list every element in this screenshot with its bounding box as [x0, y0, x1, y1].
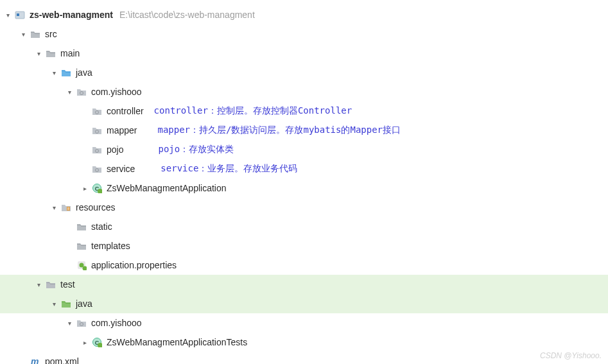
root-name: zs-web-managment — [30, 10, 113, 20]
annotation-text: service：业务层。存放业务代码 — [161, 163, 297, 175]
properties-file-icon — [76, 259, 87, 271]
tree-label: service — [107, 164, 135, 174]
chevron-down-icon[interactable]: ▾ — [33, 48, 44, 58]
tree-label: templates — [91, 241, 130, 251]
chevron-right-icon[interactable]: ▸ — [80, 337, 90, 347]
source-folder-icon — [60, 67, 72, 78]
test-package-row[interactable]: ▾ com.yishooo — [0, 313, 608, 333]
tree-label: main — [60, 48, 80, 58]
java-row[interactable]: ▾ java — [0, 63, 608, 82]
tree-label: src — [45, 29, 57, 39]
chevron-down-icon[interactable]: ▾ — [3, 10, 13, 20]
test-java-row[interactable]: ▾ java — [0, 294, 608, 313]
service-row[interactable]: ▾ service service：业务层。存放业务代码 — [0, 159, 608, 178]
mapper-row[interactable]: ▾ mapper mapper：持久层/数据访问层。存放mybatis的Mapp… — [0, 121, 608, 140]
tree-label: static — [91, 221, 112, 232]
tree-label: com.yishooo — [91, 87, 142, 97]
chevron-right-icon[interactable]: ▸ — [80, 183, 90, 193]
folder-icon — [30, 28, 41, 40]
module-icon — [14, 9, 26, 21]
test-row[interactable]: ▾ test — [0, 275, 608, 294]
package-icon — [91, 144, 103, 155]
app-row[interactable]: ▸ ZsWebManagmentApplication — [0, 178, 608, 198]
chevron-down-icon[interactable]: ▾ — [64, 87, 74, 97]
props-row[interactable]: ▾ application.properties — [0, 256, 608, 275]
package-icon — [91, 125, 103, 136]
package-icon — [91, 105, 103, 117]
spring-class-icon — [91, 182, 103, 194]
package-row[interactable]: ▾ com.yishooo — [0, 82, 608, 101]
package-icon — [76, 86, 87, 98]
src-row[interactable]: ▾ src — [0, 24, 608, 44]
project-tree: ▾ zs-web-managment E:\itcast\code\zs-web… — [0, 0, 608, 364]
tree-label: controller — [107, 106, 144, 116]
root-row[interactable]: ▾ zs-web-managment E:\itcast\code\zs-web… — [0, 5, 608, 24]
tree-label: application.properties — [91, 260, 177, 270]
tree-label: ZsWebManagmentApplication — [107, 183, 227, 193]
chevron-down-icon[interactable]: ▾ — [33, 279, 44, 290]
tree-label: java — [76, 299, 92, 309]
annotation-text: controller：控制层。存放控制器Controller — [154, 105, 352, 117]
static-row[interactable]: ▾ static — [0, 217, 608, 236]
tree-label: resources — [76, 202, 115, 212]
chevron-down-icon[interactable]: ▾ — [49, 202, 59, 212]
pom-row[interactable]: ▾ pom.xml — [0, 352, 608, 364]
chevron-down-icon[interactable]: ▾ — [49, 67, 59, 78]
tree-label: com.yishooo — [91, 318, 142, 328]
tree-label: pom.xml — [45, 356, 79, 364]
main-row[interactable]: ▾ main — [0, 44, 608, 63]
tree-label: java — [76, 67, 92, 78]
annotation-text: pojo：存放实体类 — [158, 144, 234, 155]
app-tests-row[interactable]: ▸ ZsWebManagmentApplicationTests — [0, 333, 608, 352]
chevron-down-icon[interactable]: ▾ — [18, 29, 28, 39]
chevron-down-icon[interactable]: ▾ — [64, 318, 74, 328]
spring-class-icon — [91, 336, 103, 348]
watermark: CSDN @Yishooo. — [540, 351, 602, 360]
package-icon — [91, 163, 103, 175]
maven-file-icon — [30, 356, 41, 364]
test-folder-icon — [60, 298, 72, 309]
tree-label: ZsWebManagmentApplicationTests — [107, 337, 247, 347]
folder-icon — [45, 279, 56, 290]
folder-icon — [45, 48, 56, 59]
tree-label: pojo — [107, 144, 123, 155]
annotation-text: mapper：持久层/数据访问层。存放mybatis的Mapper接口 — [157, 125, 401, 136]
resources-row[interactable]: ▾ resources — [0, 198, 608, 217]
tree-label: mapper — [107, 125, 137, 135]
templates-row[interactable]: ▾ templates — [0, 236, 608, 256]
folder-icon — [76, 240, 87, 252]
controller-row[interactable]: ▾ controller controller：控制层。存放控制器Control… — [0, 101, 608, 121]
pojo-row[interactable]: ▾ pojo pojo：存放实体类 — [0, 140, 608, 159]
folder-icon — [76, 221, 87, 232]
resources-folder-icon — [60, 202, 72, 213]
chevron-down-icon[interactable]: ▾ — [49, 299, 59, 309]
tree-label: test — [60, 279, 75, 290]
package-icon — [76, 317, 87, 329]
root-path: E:\itcast\code\zs-web-managment — [119, 10, 255, 20]
